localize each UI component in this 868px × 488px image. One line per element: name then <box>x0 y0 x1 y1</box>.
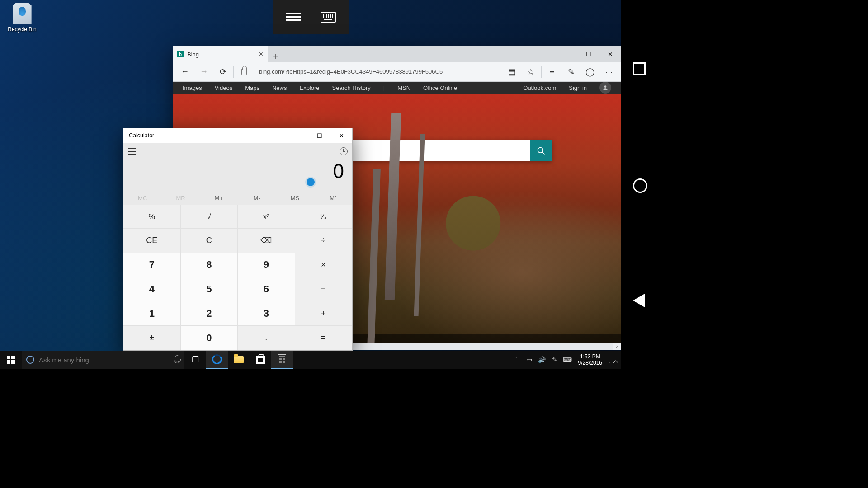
edge-toolbar: ← → ⟳ bing.com/?toHttps=1&redig=4E0F3CC4… <box>173 62 621 82</box>
dock-hamburger-icon[interactable] <box>286 11 301 23</box>
mem-list-button[interactable]: Mˇ <box>314 192 352 205</box>
edge-titlebar[interactable]: b Bing × + — ☐ ✕ <box>173 46 621 62</box>
remote-back-icon[interactable] <box>633 294 645 307</box>
calc-maximize-button[interactable]: ☐ <box>309 128 330 143</box>
key-backspace[interactable]: ⌫ <box>238 229 295 253</box>
bing-nav-videos[interactable]: Videos <box>215 84 233 91</box>
task-view-icon: ❐ <box>192 355 199 365</box>
taskbar-edge-button[interactable] <box>206 351 228 369</box>
busy-spinner-icon <box>307 178 315 186</box>
key-reciprocal[interactable]: ¹⁄ₓ <box>295 205 353 229</box>
key-subtract[interactable]: − <box>295 277 353 302</box>
bing-nav-explore[interactable]: Explore <box>299 84 319 91</box>
key-9[interactable]: 9 <box>238 253 295 277</box>
new-tab-button[interactable]: + <box>268 52 283 62</box>
calculator-titlebar[interactable]: Calculator — ☐ ✕ <box>123 128 352 143</box>
bing-search-submit-button[interactable] <box>530 140 552 161</box>
key-c[interactable]: C <box>181 229 238 253</box>
edge-maximize-button[interactable]: ☐ <box>578 46 599 62</box>
bing-nav-office[interactable]: Office Online <box>423 84 457 91</box>
key-multiply[interactable]: × <box>295 253 353 277</box>
tab-close-icon[interactable]: × <box>259 50 263 58</box>
tray-overflow-button[interactable]: ˄ <box>510 356 523 363</box>
mem-store-button[interactable]: MS <box>276 192 314 205</box>
key-4[interactable]: 4 <box>123 277 181 302</box>
reading-view-button[interactable]: ▤ <box>503 63 520 80</box>
webnote-button[interactable]: ✎ <box>562 63 580 80</box>
edge-more-button[interactable]: ⋯ <box>600 63 618 80</box>
key-negate[interactable]: ± <box>123 326 181 350</box>
key-3[interactable]: 3 <box>238 301 295 326</box>
edge-minimize-button[interactable]: — <box>556 46 578 62</box>
bing-nav-history[interactable]: Search History <box>332 84 371 91</box>
scroll-right-arrow[interactable]: > <box>613 344 621 349</box>
key-5[interactable]: 5 <box>181 277 238 302</box>
bing-nav-maps[interactable]: Maps <box>245 84 259 91</box>
bing-nav-news[interactable]: News <box>272 84 287 91</box>
bing-nav-signin[interactable]: Sign in <box>569 84 587 91</box>
cortana-search-input[interactable] <box>39 356 169 364</box>
calc-close-button[interactable]: ✕ <box>330 128 352 143</box>
bing-nav-separator: | <box>383 84 385 91</box>
key-8[interactable]: 8 <box>181 253 238 277</box>
taskbar-file-explorer-button[interactable] <box>228 351 250 369</box>
key-add[interactable]: + <box>295 301 353 326</box>
favorite-button[interactable]: ☆ <box>522 63 539 80</box>
share-button[interactable]: ◯ <box>581 63 599 80</box>
remote-home-icon[interactable] <box>633 178 647 193</box>
recycle-bin-icon[interactable]: Recycle Bin <box>2 3 42 33</box>
remote-recent-apps-icon[interactable] <box>633 62 646 75</box>
key-equals[interactable]: = <box>295 326 353 350</box>
calc-minimize-button[interactable]: — <box>287 128 309 143</box>
mem-recall-button[interactable]: MR <box>161 192 199 205</box>
mem-minus-button[interactable]: M- <box>238 192 276 205</box>
key-0[interactable]: 0 <box>181 326 238 350</box>
magnifier-icon <box>537 146 546 155</box>
recycle-bin-label: Recycle Bin <box>2 26 42 33</box>
bing-nav-images[interactable]: Images <box>183 84 202 91</box>
site-lock-icon[interactable] <box>236 63 253 80</box>
calc-history-icon[interactable] <box>340 147 348 155</box>
desktop-wallpaper[interactable]: Recycle Bin b Bing × + — ☐ ✕ ← → ⟳ <box>0 0 621 351</box>
taskbar-store-button[interactable] <box>250 351 271 369</box>
windows-taskbar: ❐ ˄ ▭ 🔊 ✎ ⌨ 1:53 PM 9/28/2016 <box>0 351 621 369</box>
tray-network-icon[interactable]: ▭ <box>523 356 536 363</box>
tray-keyboard-icon[interactable]: ⌨ <box>561 356 574 363</box>
address-bar[interactable]: bing.com/?toHttps=1&redig=4E0F3CC4349F46… <box>255 65 501 79</box>
key-divide[interactable]: ÷ <box>295 229 353 253</box>
nav-forward-button[interactable]: → <box>195 63 212 80</box>
bing-nav-outlook[interactable]: Outlook.com <box>523 84 556 91</box>
key-2[interactable]: 2 <box>181 301 238 326</box>
key-square[interactable]: x² <box>238 205 295 229</box>
bing-profile-icon[interactable] <box>599 82 611 94</box>
taskbar-clock[interactable]: 1:53 PM 9/28/2016 <box>574 353 607 366</box>
key-6[interactable]: 6 <box>238 277 295 302</box>
hub-button[interactable]: ≡ <box>543 63 561 80</box>
clock-date: 9/28/2016 <box>578 360 602 366</box>
bing-search-input[interactable] <box>352 140 530 161</box>
tray-volume-icon[interactable]: 🔊 <box>536 356 548 363</box>
nav-back-button[interactable]: ← <box>176 63 193 80</box>
start-button[interactable] <box>0 351 22 369</box>
microphone-icon[interactable] <box>174 355 180 364</box>
nav-refresh-button[interactable]: ⟳ <box>214 63 231 80</box>
key-1[interactable]: 1 <box>123 301 181 326</box>
taskbar-calculator-button[interactable] <box>271 351 293 369</box>
bing-nav-msn[interactable]: MSN <box>397 84 410 91</box>
cortana-search-box[interactable] <box>22 351 184 369</box>
key-7[interactable]: 7 <box>123 253 181 277</box>
key-sqrt[interactable]: √ <box>181 205 238 229</box>
mem-clear-button[interactable]: MC <box>123 192 161 205</box>
key-percent[interactable]: % <box>123 205 181 229</box>
edge-icon <box>211 353 222 365</box>
dock-touch-keyboard-icon[interactable] <box>321 12 336 23</box>
key-decimal[interactable]: . <box>238 326 295 350</box>
tray-pen-icon[interactable]: ✎ <box>548 356 561 363</box>
calc-hamburger-icon[interactable] <box>128 148 136 155</box>
key-ce[interactable]: CE <box>123 229 181 253</box>
edge-close-button[interactable]: ✕ <box>599 46 621 62</box>
task-view-button[interactable]: ❐ <box>184 351 206 369</box>
mem-plus-button[interactable]: M+ <box>200 192 238 205</box>
action-center-button[interactable] <box>607 357 619 363</box>
browser-tab-bing[interactable]: b Bing × <box>173 46 268 62</box>
